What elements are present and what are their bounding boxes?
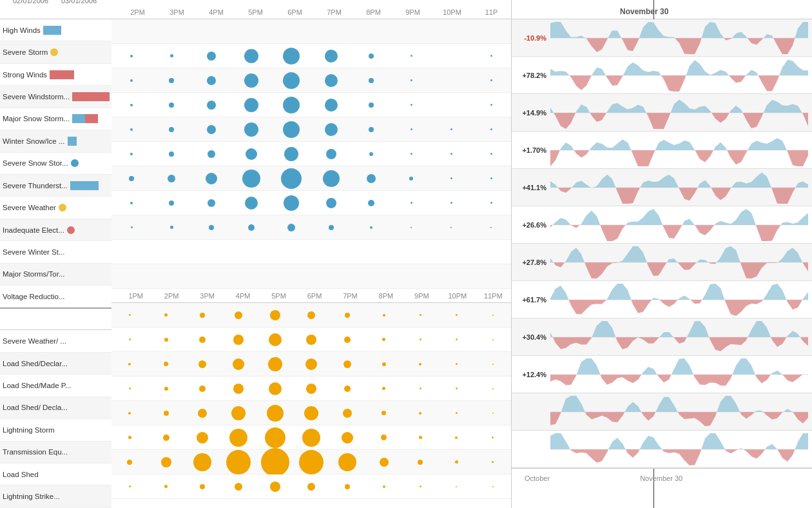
blue-bubble — [130, 79, 133, 82]
bot-time-5pm: 5PM — [261, 292, 296, 300]
bot-time-6pm: 6PM — [296, 292, 332, 300]
orange-bubble — [198, 409, 207, 418]
bottom-bubble-chart: 1PM 2PM 3PM 4PM 5PM 6PM 7PM 8PM 9PM 10PM… — [111, 284, 511, 508]
bar-6 — [68, 137, 77, 146]
blue-cell-5-6 — [351, 152, 391, 156]
date-label-1: 02/01/2006 — [13, 0, 48, 5]
svg-rect-28 — [550, 375, 808, 393]
orange-bubble — [383, 485, 385, 488]
label-row-b5: Lightning Storm — [0, 419, 111, 441]
orange-row-7 — [111, 474, 511, 499]
blue-bubble — [283, 121, 300, 138]
orange-cell-3-10 — [475, 388, 511, 389]
blue-cell-2-1 — [151, 78, 191, 83]
sparkline-row-0: -10.9% — [512, 19, 812, 57]
orange-row-0 — [111, 303, 511, 327]
dot-2 — [50, 48, 58, 56]
blue-cell-6-5 — [311, 170, 351, 187]
blue-bubble — [450, 153, 452, 155]
orange-bubble — [492, 436, 494, 438]
label-text-11: Severe Winter St... — [3, 248, 65, 256]
orange-bubble — [129, 314, 131, 316]
sparkline-svg-area-11 — [550, 431, 812, 467]
label-text-b4: Load Shed/ Decla... — [3, 404, 68, 411]
blue-cell-5-7 — [391, 153, 431, 155]
date-label-2: 03/01/2006 — [61, 0, 97, 5]
blue-row-6 — [111, 166, 511, 191]
label-text-7: Severe Snow Stor... — [3, 159, 68, 167]
orange-cell-0-6 — [329, 313, 365, 318]
orange-bubble — [129, 387, 131, 389]
blue-cell-4-4 — [271, 121, 311, 138]
blue-row-7 — [111, 191, 511, 215]
footer-nov30: November 30 — [640, 474, 682, 482]
label-text-4: Severe Windstorm... — [3, 93, 70, 101]
svg-rect-30 — [550, 393, 808, 412]
orange-bubble — [492, 486, 494, 487]
orange-cell-7-10 — [475, 486, 511, 487]
blue-cell-3-9 — [471, 104, 511, 106]
orange-cell-4-2 — [184, 409, 220, 418]
time-4pm: 4PM — [197, 8, 236, 16]
bar-1 — [43, 26, 61, 35]
label-row-7: Severe Snow Stor... — [0, 153, 111, 175]
blue-bubble — [207, 76, 216, 85]
blue-cell-5-1 — [151, 151, 191, 157]
orange-cell-2-3 — [220, 358, 256, 370]
blue-bubble — [170, 54, 173, 57]
blue-cell-1-1 — [151, 54, 191, 57]
svg-rect-10 — [550, 150, 808, 168]
blue-bubble — [490, 104, 492, 106]
blue-cell-5-3 — [231, 148, 271, 160]
orange-bubble — [492, 413, 494, 414]
orange-cell-5-9 — [438, 436, 474, 439]
blue-bubble — [367, 174, 376, 183]
time-11pm: 11P — [472, 8, 511, 16]
blue-bubble — [490, 55, 492, 57]
left-label-panel: 02/01/2006 03/01/2006 High Winds Severe … — [0, 0, 111, 508]
orange-bubble — [233, 384, 244, 394]
orange-bubble — [198, 360, 206, 368]
orange-bubble — [193, 453, 211, 471]
orange-cell-5-1 — [148, 435, 184, 441]
orange-bubble — [164, 411, 169, 416]
sparkline-svg-area-9 — [550, 356, 812, 393]
orange-cell-4-7 — [366, 411, 402, 415]
orange-cell-6-9 — [438, 460, 474, 464]
label-text-12: Major Storms/Tor... — [3, 270, 65, 278]
orange-cell-5-5 — [293, 429, 329, 447]
blue-bubble — [130, 104, 133, 106]
orange-cell-6-2 — [184, 453, 220, 471]
orange-cell-1-0 — [111, 338, 148, 340]
orange-cell-5-2 — [184, 432, 220, 444]
blue-bubble — [168, 175, 175, 182]
orange-cell-7-7 — [366, 485, 402, 488]
orange-row-2 — [111, 352, 511, 376]
label-text-b6: Transmission Equ... — [3, 448, 68, 456]
blue-cell-8-9 — [471, 227, 511, 228]
sparkline-label-5: +26.6% — [512, 221, 550, 229]
blue-cell-8-7 — [391, 227, 431, 228]
sparkline-svg-4 — [550, 169, 808, 206]
bot-time-11pm: 11PM — [476, 292, 511, 300]
orange-bubble — [492, 388, 494, 389]
blue-bubble — [490, 177, 492, 179]
blue-bubble — [325, 74, 338, 87]
orange-cell-0-7 — [366, 314, 402, 317]
blue-bubble — [368, 200, 374, 206]
time-8pm: 8PM — [354, 8, 393, 16]
blue-bubble — [208, 150, 215, 158]
blue-bubble — [131, 226, 133, 228]
orange-cell-0-2 — [184, 313, 220, 318]
svg-rect-13 — [550, 188, 808, 206]
svg-rect-3 — [550, 57, 808, 75]
orange-cell-3-9 — [438, 387, 474, 389]
orange-cell-0-3 — [220, 311, 256, 319]
orange-bubble — [306, 335, 316, 345]
blue-bubble — [130, 128, 133, 131]
orange-cell-4-6 — [329, 409, 365, 418]
blue-cell-5-5 — [311, 149, 351, 159]
orange-cell-2-6 — [329, 360, 365, 368]
label-text-b1: Severe Weather/ ... — [3, 337, 66, 345]
orange-cell-0-4 — [256, 310, 293, 320]
